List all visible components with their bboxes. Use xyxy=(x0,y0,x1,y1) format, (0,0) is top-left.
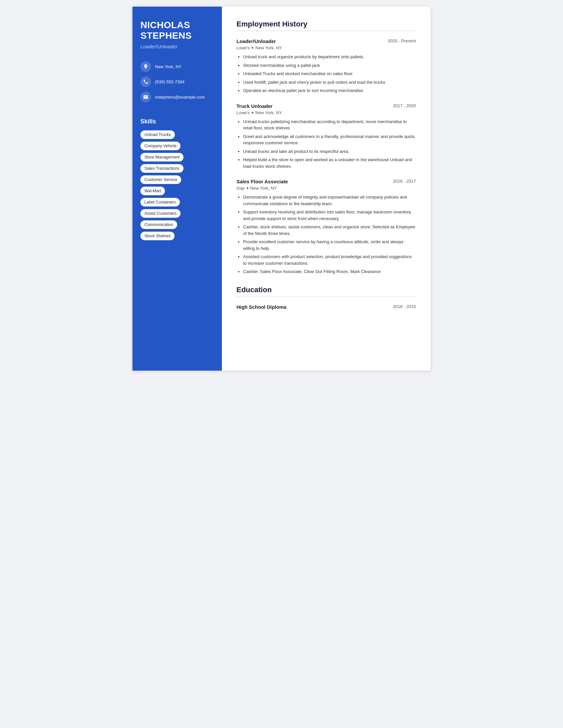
skills-section: Skills Unload TrucksCompany VehicleStore… xyxy=(140,118,214,240)
list-item: Cashier, stock shelves, assist customers… xyxy=(243,224,416,237)
list-item: Unload truck and organize products by de… xyxy=(243,54,416,60)
company-name: Gap xyxy=(236,186,245,191)
education-block: High School Diploma2016 - 2016 xyxy=(236,304,416,310)
main-content: Employment History Loader/Unloader2020 -… xyxy=(222,7,431,371)
skills-heading: Skills xyxy=(140,118,214,125)
skill-tag: Unload Trucks xyxy=(140,130,175,139)
job-block: Truck Unloader2017 - 2020Lowe'sNew York,… xyxy=(236,103,416,170)
candidate-name: NICHOLAS STEPHENS xyxy=(140,20,214,41)
company-location: New York, NY xyxy=(255,45,282,50)
list-item: Helped build a the store to open and wor… xyxy=(243,157,416,169)
candidate-title: Loader/Unloader xyxy=(140,44,214,49)
job-bullets: Demonstrate a great degree of integrity … xyxy=(236,194,416,275)
location-text: New York, NY xyxy=(155,64,181,69)
job-header: Truck Unloader2017 - 2020 xyxy=(236,103,416,109)
company-name: Lowe's xyxy=(236,45,250,50)
email-text: nstephens@example.com xyxy=(155,95,205,100)
education-heading: Education xyxy=(236,286,416,297)
list-item: Stocked merchandise using a pallet jack xyxy=(243,62,416,69)
job-company: Lowe'sNew York, NY xyxy=(236,110,416,115)
job-title: Sales Floor Associate xyxy=(236,179,288,184)
job-block: Sales Floor Associate2016 - 2017GapNew Y… xyxy=(236,179,416,275)
jobs-container: Loader/Unloader2020 - PresentLowe'sNew Y… xyxy=(236,38,416,275)
job-title: Loader/Unloader xyxy=(236,38,276,44)
list-item: Support inventory receiving and distribu… xyxy=(243,209,416,222)
skill-tag: Company Vehicle xyxy=(140,142,180,150)
dot-separator xyxy=(252,47,253,49)
dot-separator xyxy=(247,187,248,189)
list-item: Assisted customers with product selectio… xyxy=(243,253,416,266)
skill-tag: Customer Service xyxy=(140,175,181,184)
job-block: Loader/Unloader2020 - PresentLowe'sNew Y… xyxy=(236,38,416,94)
resume-container: NICHOLAS STEPHENS Loader/Unloader New Yo… xyxy=(132,7,431,371)
skill-tag: Communication xyxy=(140,220,177,229)
phone-item: (530) 555-7384 xyxy=(140,76,214,87)
location-item: New York, NY xyxy=(140,61,214,72)
sidebar: NICHOLAS STEPHENS Loader/Unloader New Yo… xyxy=(132,7,222,371)
company-location: New York, NY xyxy=(250,186,277,191)
job-bullets: Unload trucks palletizing merchandise ac… xyxy=(236,118,416,170)
list-item: Unloaded Trucks and stocked merchandise … xyxy=(243,70,416,77)
list-item: Unload trucks and take all product to it… xyxy=(243,148,416,155)
list-item: Cashier, Sales Floor Associate, Clear Ou… xyxy=(243,268,416,275)
list-item: Demonstrate a great degree of integrity … xyxy=(243,194,416,207)
job-header: Sales Floor Associate2016 - 2017 xyxy=(236,179,416,184)
skill-tag: Sales Transactions xyxy=(140,164,183,173)
skill-tag: Label Containers xyxy=(140,198,180,206)
email-item: nstephens@example.com xyxy=(140,92,214,102)
list-item: Provide excellent customer service by ha… xyxy=(243,239,416,251)
company-location: New York, NY xyxy=(255,110,282,115)
education-container: High School Diploma2016 - 2016 xyxy=(236,304,416,310)
job-title: Truck Unloader xyxy=(236,103,272,109)
employment-heading: Employment History xyxy=(236,20,416,31)
skill-tag: Stock Shelves xyxy=(140,232,174,240)
list-item: Unload trucks palletizing merchandise ac… xyxy=(243,118,416,131)
phone-icon xyxy=(140,76,151,87)
education-dates: 2016 - 2016 xyxy=(393,304,416,309)
degree-title: High School Diploma xyxy=(236,304,287,310)
education-section: Education High School Diploma2016 - 2016 xyxy=(236,286,416,310)
job-company: Lowe'sNew York, NY xyxy=(236,45,416,50)
job-dates: 2020 - Present xyxy=(388,38,416,43)
contact-section: New York, NY (530) 555-7384 nstephens@ex… xyxy=(140,61,214,102)
location-icon xyxy=(140,61,151,72)
skill-tag: Wal-Mart xyxy=(140,187,165,195)
skill-tag: Assist Customers xyxy=(140,209,180,218)
job-dates: 2017 - 2020 xyxy=(393,103,416,108)
job-company: GapNew York, NY xyxy=(236,186,416,191)
job-header: Loader/Unloader2020 - Present xyxy=(236,38,416,44)
dot-separator xyxy=(252,112,253,114)
job-dates: 2016 - 2017 xyxy=(393,179,416,184)
skills-list: Unload TrucksCompany VehicleStore Manage… xyxy=(140,130,214,240)
skill-tag: Store Management xyxy=(140,153,183,161)
list-item: Operated an electrical pallet jack to so… xyxy=(243,87,416,94)
job-bullets: Unload truck and organize products by de… xyxy=(236,54,416,94)
list-item: Used forklift, pallet jack and cherry pi… xyxy=(243,79,416,86)
company-name: Lowe's xyxy=(236,110,250,115)
list-item: Greet and acknowledge all customers in a… xyxy=(243,133,416,146)
email-icon xyxy=(140,92,151,102)
phone-text: (530) 555-7384 xyxy=(155,79,184,84)
